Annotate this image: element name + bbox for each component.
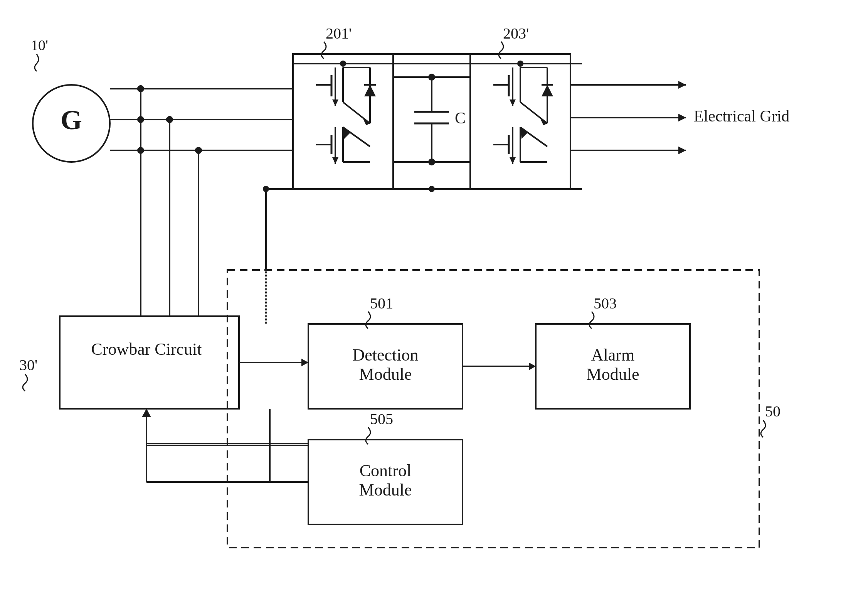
- svg-marker-69: [510, 157, 516, 164]
- label-503: 503: [594, 295, 617, 312]
- control-module-label-line1: Control: [360, 461, 411, 480]
- diagram-container: G 10' 201': [0, 0, 868, 590]
- svg-line-27: [343, 127, 370, 147]
- svg-marker-58: [542, 85, 553, 96]
- svg-marker-75: [678, 147, 686, 154]
- label-501: 501: [370, 295, 393, 312]
- generator-label: G: [61, 105, 82, 135]
- label-203: 203': [503, 25, 529, 42]
- detection-module-label-line2: Module: [359, 365, 412, 384]
- svg-marker-34: [332, 157, 338, 164]
- label-201: 201': [326, 25, 352, 42]
- svg-marker-71: [678, 81, 686, 89]
- svg-point-112: [340, 61, 346, 67]
- label-50: 50: [765, 403, 781, 420]
- svg-point-113: [517, 61, 523, 67]
- svg-line-62: [520, 127, 547, 147]
- electrical-grid-label: Electrical Grid: [694, 107, 789, 125]
- svg-marker-87: [529, 362, 536, 370]
- svg-marker-21: [332, 99, 338, 106]
- svg-point-104: [137, 85, 144, 92]
- label-505: 505: [370, 410, 393, 428]
- svg-marker-73: [678, 114, 686, 121]
- control-module-label-line2: Module: [359, 480, 412, 499]
- svg-marker-85: [301, 359, 308, 366]
- capacitor-label: C: [455, 109, 466, 127]
- alarm-module-label-line2: Module: [587, 365, 639, 384]
- svg-line-14: [343, 102, 370, 123]
- svg-line-49: [520, 102, 547, 123]
- svg-marker-118: [142, 409, 151, 417]
- svg-point-110: [429, 186, 435, 192]
- detection-module-label-line1: Detection: [352, 346, 418, 364]
- label-30: 30': [19, 356, 37, 374]
- label-10: 10': [31, 37, 48, 53]
- svg-marker-23: [364, 85, 376, 96]
- svg-rect-77: [60, 316, 239, 409]
- svg-marker-56: [510, 99, 516, 106]
- alarm-module-label-line1: Alarm: [591, 346, 634, 364]
- svg-point-106: [166, 116, 173, 123]
- crowbar-circuit-label-line1: Crowbar Circuit: [91, 340, 202, 359]
- svg-point-108: [195, 147, 202, 154]
